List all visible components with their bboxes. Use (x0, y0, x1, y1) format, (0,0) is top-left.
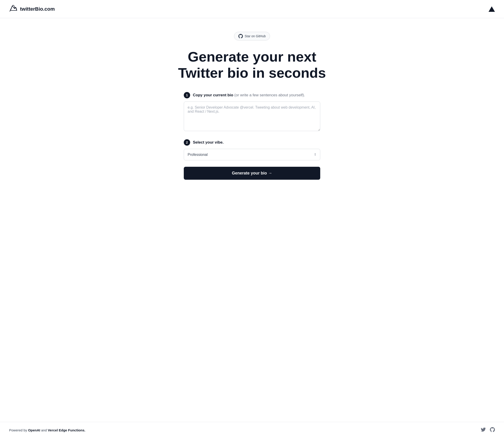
hero-title: Generate your next Twitter bio in second… (178, 49, 326, 81)
logo-text: twitterBio.com (20, 6, 55, 12)
twitter-link[interactable] (481, 427, 486, 433)
deploy-icon[interactable] (489, 6, 495, 12)
main-content: Star on GitHub Generate your next Twitte… (0, 18, 504, 422)
step1-number: 1 (184, 92, 190, 98)
github-badge-icon (238, 34, 243, 38)
step1-text: Copy your current bio (or write a few se… (193, 93, 305, 98)
footer: Powered by OpenAI and Vercel Edge Functi… (0, 422, 504, 438)
step2-text: Select your vibe. (193, 140, 224, 145)
logo-icon (9, 4, 18, 14)
header: twitterBio.com (0, 0, 504, 18)
generate-bio-button[interactable]: Generate your bio → (184, 167, 320, 180)
step1-subtext: (or write a few sentences about yourself… (234, 93, 305, 97)
logo[interactable]: twitterBio.com (9, 4, 55, 14)
github-footer-link[interactable] (490, 427, 495, 433)
github-star-button[interactable]: Star on GitHub (234, 32, 270, 40)
step2-label: 2 Select your vibe. (184, 139, 320, 146)
step1-label: 1 Copy your current bio (or write a few … (184, 92, 320, 98)
footer-text: Powered by OpenAI and Vercel Edge Functi… (9, 428, 85, 432)
github-badge-label: Star on GitHub (245, 34, 266, 38)
vibe-select-wrapper: Professional Casual Funny Inspirational … (184, 149, 320, 160)
bio-textarea[interactable] (184, 101, 320, 131)
vibe-select[interactable]: Professional Casual Funny Inspirational (184, 149, 320, 160)
step2-number: 2 (184, 139, 190, 146)
footer-social-icons (481, 427, 495, 433)
bio-form: 1 Copy your current bio (or write a few … (184, 92, 320, 180)
